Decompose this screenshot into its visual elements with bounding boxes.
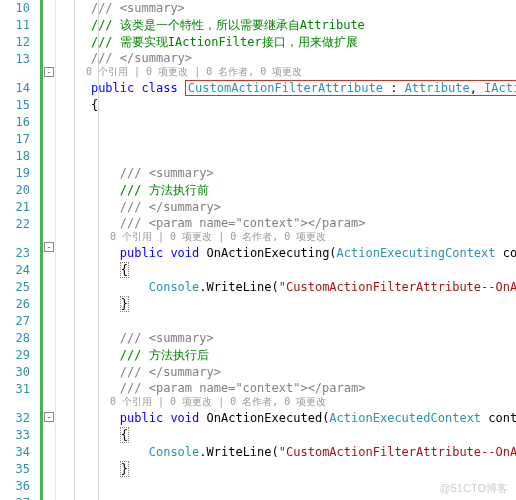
code-line[interactable]	[62, 114, 516, 131]
code-area[interactable]: /// <summary> /// 该类是一个特性，所以需要继承自Attribu…	[56, 0, 516, 500]
line-number: 30	[0, 364, 30, 381]
code-line[interactable]	[62, 131, 516, 148]
line-number: 25	[0, 279, 30, 296]
line-number: 18	[0, 148, 30, 165]
type: IActionFilter	[484, 81, 516, 95]
xml-doc: /// </summary>	[91, 51, 192, 65]
code-line[interactable]: {	[62, 262, 516, 279]
indent-guide	[74, 0, 75, 500]
code-line[interactable]: {	[62, 427, 516, 444]
type: ActionExecutingContext	[337, 246, 496, 260]
code-line[interactable]: /// 方法执行后	[62, 347, 516, 364]
line-number-gutter: 10 11 12 13 14 15 16 17 18 19 20 21 22 2…	[0, 0, 40, 500]
line-number: 11	[0, 17, 30, 34]
code-line[interactable]: }	[62, 296, 516, 313]
code-line[interactable]: Console.WriteLine("CustomActionFilterAtt…	[62, 279, 516, 296]
code-lens[interactable]: 0 个引用 | 0 项更改 | 0 名作者, 0 项更改	[110, 396, 516, 408]
fold-toggle[interactable]: -	[44, 67, 54, 77]
xml-doc: /// <summary>	[120, 331, 214, 345]
method: OnActionExecuting	[207, 246, 330, 260]
line-number: 23	[0, 245, 30, 262]
fold-toggle[interactable]: -	[44, 412, 54, 422]
line-number: 16	[0, 114, 30, 131]
line-number: 24	[0, 262, 30, 279]
brace: }	[120, 296, 129, 312]
code-lens[interactable]: 0 个引用 | 0 项更改 | 0 名作者, 0 项更改	[86, 66, 516, 78]
type: Attribute	[405, 81, 470, 95]
line-number: 26	[0, 296, 30, 313]
code-line[interactable]: /// 方法执行前	[62, 182, 516, 199]
line-number: 13	[0, 51, 30, 80]
line-number: 21	[0, 199, 30, 216]
type: CustomActionFilterAttribute	[188, 81, 383, 95]
xml-doc: /// <summary>	[91, 1, 185, 15]
code-line[interactable]: /// <summary>	[62, 165, 516, 182]
type: ActionExecutedContext	[329, 411, 481, 425]
string: "CustomActionFilterAttribute--OnActionEx…	[279, 445, 516, 459]
keyword: void	[170, 246, 199, 260]
code-line[interactable]: /// <param name="context"></param>0 个引用 …	[62, 216, 516, 245]
param: context	[488, 411, 516, 425]
code-line[interactable]: /// </summary>0 个引用 | 0 项更改 | 0 名作者, 0 项…	[62, 51, 516, 80]
method: WriteLine	[207, 280, 272, 294]
code-line[interactable]: /// <param name="context"></param>0 个引用 …	[62, 381, 516, 410]
code-line[interactable]: public void OnActionExecuting(ActionExec…	[62, 245, 516, 262]
param: context	[503, 246, 516, 260]
line-number: 37	[0, 495, 30, 500]
code-line[interactable]: /// <summary>	[62, 0, 516, 17]
code-line[interactable]: public class CustomActionFilterAttribute…	[62, 80, 516, 97]
line-number: 34	[0, 444, 30, 461]
xml-doc: /// <param name="context"></param>	[120, 381, 366, 395]
xml-doc: /// </summary>	[120, 200, 221, 214]
code-line[interactable]	[62, 148, 516, 165]
code-line[interactable]: /// 该类是一个特性，所以需要继承自Attribute	[62, 17, 516, 34]
code-line[interactable]: /// </summary>	[62, 199, 516, 216]
comment: /// 方法执行前	[120, 183, 209, 197]
method: OnActionExecuted	[207, 411, 323, 425]
keyword: public	[120, 246, 163, 260]
code-line[interactable]: Console.WriteLine("CustomActionFilterAtt…	[62, 444, 516, 461]
code-line[interactable]: }	[62, 461, 516, 478]
brace: {	[120, 262, 129, 278]
xml-doc: /// </summary>	[120, 365, 221, 379]
comment: /// 方法执行后	[120, 348, 209, 362]
line-number: 28	[0, 330, 30, 347]
line-number: 36	[0, 478, 30, 495]
line-number: 27	[0, 313, 30, 330]
brace: {	[120, 427, 129, 443]
code-line[interactable]: /// <summary>	[62, 330, 516, 347]
line-number: 17	[0, 131, 30, 148]
line-number: 22	[0, 216, 30, 245]
string: "CustomActionFilterAttribute--OnActionEx…	[279, 280, 516, 294]
line-number: 31	[0, 381, 30, 410]
code-line[interactable]: /// 需要实现IActionFilter接口，用来做扩展	[62, 34, 516, 51]
change-bar	[40, 0, 43, 500]
line-number: 32	[0, 410, 30, 427]
line-number: 15	[0, 97, 30, 114]
code-line[interactable]: /// </summary>	[62, 364, 516, 381]
line-number: 12	[0, 34, 30, 51]
comment: /// 需要实现IActionFilter接口，用来做扩展	[91, 35, 358, 49]
xml-doc: /// <summary>	[120, 166, 214, 180]
keyword: void	[170, 411, 199, 425]
line-number: 20	[0, 182, 30, 199]
code-lens[interactable]: 0 个引用 | 0 项更改 | 0 名作者, 0 项更改	[110, 231, 516, 243]
class-declaration-highlight: CustomActionFilterAttribute : Attribute,…	[185, 80, 516, 96]
line-number: 14	[0, 80, 30, 97]
line-number: 19	[0, 165, 30, 182]
line-number: 33	[0, 427, 30, 444]
code-line[interactable]: public void OnActionExecuted(ActionExecu…	[62, 410, 516, 427]
method: WriteLine	[207, 445, 272, 459]
code-line[interactable]: {	[62, 97, 516, 114]
comment: /// 该类是一个特性，所以需要继承自Attribute	[91, 18, 365, 32]
type: Console	[149, 445, 200, 459]
fold-rail: - - -	[40, 0, 56, 500]
code-editor: 10 11 12 13 14 15 16 17 18 19 20 21 22 2…	[0, 0, 516, 500]
fold-toggle[interactable]: -	[44, 242, 54, 252]
keyword: class	[142, 81, 178, 95]
brace: }	[120, 461, 129, 477]
watermark: @51CTO博客	[440, 481, 508, 496]
code-line[interactable]	[62, 313, 516, 330]
xml-doc: /// <param name="context"></param>	[120, 216, 366, 230]
line-number: 35	[0, 461, 30, 478]
